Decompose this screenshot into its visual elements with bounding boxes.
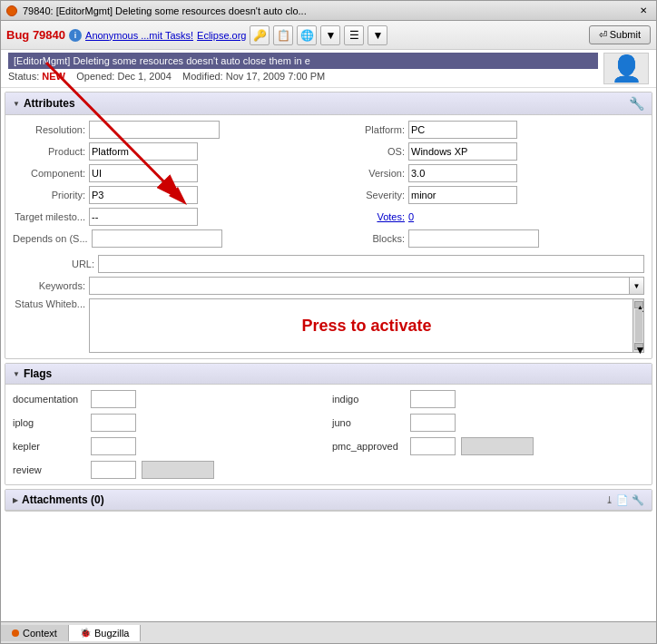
flag-review-select[interactable]: +-?	[91, 461, 136, 479]
target-label: Target milesto...	[13, 211, 85, 222]
bug-header: [EditorMgmt] Deleting some resources doe…	[1, 50, 656, 88]
press-activate-text: Press to activate	[301, 317, 431, 336]
flag-pmc-approved: pmc_approved +-?	[332, 437, 644, 455]
attributes-grid: Resolution: Platform: PC Mac Linux All P…	[5, 115, 652, 253]
version-row: Version: 3.0	[332, 164, 644, 182]
flag-iplog-label: iplog	[13, 417, 85, 428]
scrollbar[interactable]: ▲ ▼	[632, 299, 643, 352]
tab-bugzilla[interactable]: 🐞 Bugzilla	[69, 625, 142, 641]
resolution-label: Resolution:	[13, 124, 85, 135]
depends-input[interactable]	[92, 229, 222, 248]
eclipse-link[interactable]: Eclipse.org	[197, 30, 246, 41]
flag-kepler: kepler +-?	[13, 437, 325, 455]
attachments-title: Attachments (0)	[22, 493, 602, 506]
attachments-header[interactable]: ▶ Attachments (0) ⤓ 📄 🔧	[5, 490, 652, 511]
flag-juno-select[interactable]: +-?	[410, 414, 456, 432]
opened-label: Opened:	[76, 71, 114, 82]
attributes-header[interactable]: ▼ Attributes 🔧	[5, 93, 652, 115]
collapse-icon: ▼	[13, 100, 20, 108]
os-select[interactable]: Windows XP Windows 7 Linux All	[408, 142, 517, 161]
bug-id: Bug 79840	[6, 28, 65, 42]
info-icon[interactable]: i	[69, 29, 82, 42]
platform-select[interactable]: PC Mac Linux All	[408, 121, 517, 139]
tasks-icon[interactable]: 🔑	[250, 25, 270, 45]
url-input[interactable]	[98, 255, 644, 273]
submit-button[interactable]: ⏎ Submit	[589, 25, 651, 44]
os-row: OS: Windows XP Windows 7 Linux All	[332, 142, 644, 161]
flag-review: review +-?	[13, 461, 325, 479]
anonymous-link[interactable]: Anonymous ...mit Tasks!	[85, 30, 193, 41]
keywords-label: Keywords:	[13, 280, 85, 291]
priority-row: Priority: P3 P1 P2	[13, 186, 325, 204]
flag-kepler-select[interactable]: +-?	[91, 437, 136, 455]
component-label: Component:	[13, 168, 85, 179]
depends-label: Depends on (S...	[13, 233, 88, 244]
keywords-input[interactable]	[90, 279, 629, 292]
priority-label: Priority:	[13, 190, 85, 200]
priority-select[interactable]: P3 P1 P2	[89, 186, 198, 204]
depends-row: Depends on (S...	[13, 229, 325, 248]
person-icon: 👤	[611, 54, 642, 83]
keywords-dropdown-icon[interactable]: ▼	[629, 278, 643, 294]
close-icon[interactable]: ✕	[636, 5, 651, 15]
flag-indigo-select[interactable]: +-?	[410, 390, 456, 408]
blocks-input[interactable]	[408, 229, 539, 248]
window-close-dot[interactable]	[6, 5, 17, 16]
severity-row: Severity: minor major critical	[332, 186, 644, 204]
scrollbar-track	[635, 309, 642, 342]
resolution-input[interactable]	[89, 121, 220, 139]
target-select[interactable]: --	[89, 208, 198, 226]
flag-pmc-approved-select[interactable]: +-?	[410, 437, 456, 455]
flags-section: ▼ Flags documentation +-? indigo +-? ipl…	[5, 363, 652, 485]
list-icon[interactable]: ☰	[344, 25, 364, 45]
scrollbar-down[interactable]: ▼	[634, 343, 643, 350]
flags-grid: documentation +-? indigo +-? iplog +-? j…	[5, 385, 652, 484]
url-label: URL:	[13, 259, 94, 269]
url-row: URL:	[5, 253, 652, 275]
globe-icon[interactable]: 🌐	[297, 25, 317, 45]
votes-label[interactable]: Votes:	[332, 211, 405, 222]
scrollbar-up[interactable]: ▲	[634, 301, 643, 308]
version-select[interactable]: 3.0	[408, 164, 517, 182]
attachments-collapse-icon: ▶	[13, 496, 18, 504]
bug-title: [EditorMgmt] Deleting some resources doe…	[8, 53, 598, 69]
dropdown-arrow-icon[interactable]: ▼	[320, 25, 340, 45]
list-dropdown-icon[interactable]: ▼	[368, 25, 387, 45]
context-dot	[12, 629, 19, 637]
avatar: 👤	[603, 53, 649, 84]
flag-iplog-select[interactable]: +-?	[91, 414, 136, 432]
main-content: ▼ Attributes 🔧 Resolution: Platform: PC …	[1, 88, 656, 621]
component-select[interactable]: UI	[89, 164, 198, 182]
keywords-input-wrapper: ▼	[89, 277, 644, 295]
platform-label: Platform:	[332, 124, 405, 135]
flag-pmc-approved-input[interactable]	[461, 437, 534, 455]
flag-review-label: review	[13, 464, 85, 475]
severity-label: Severity:	[332, 190, 405, 200]
resolution-row: Resolution:	[13, 121, 325, 139]
tab-bugzilla-label: Bugzilla	[94, 628, 130, 639]
flag-documentation-select[interactable]: +-?	[91, 390, 136, 408]
blocks-label: Blocks:	[332, 233, 405, 244]
flag-iplog: iplog +-?	[13, 414, 325, 432]
flags-header[interactable]: ▼ Flags	[5, 364, 652, 385]
platform-row: Platform: PC Mac Linux All	[332, 121, 644, 139]
flag-review-input[interactable]	[142, 461, 214, 479]
tab-context[interactable]: Context	[1, 625, 69, 641]
bugzilla-icon: 🐞	[80, 628, 91, 638]
flags-collapse-icon: ▼	[13, 370, 20, 378]
copy-icon[interactable]: 📋	[273, 25, 293, 45]
product-select[interactable]: Platform	[89, 142, 198, 161]
tab-context-label: Context	[23, 628, 57, 639]
status-whiteboard-input[interactable]: Press to activate ▲ ▼	[89, 298, 644, 353]
attachments-icons: ⤓ 📄 🔧	[605, 494, 644, 506]
votes-row: Votes: 0	[332, 208, 644, 226]
status-value: NEW	[42, 71, 65, 82]
votes-value[interactable]: 0	[408, 211, 414, 222]
title-bar: 79840: [EditorMgmt] Deleting some resour…	[1, 1, 656, 21]
product-label: Product:	[13, 146, 85, 157]
modified-label: Modified:	[182, 71, 223, 82]
severity-select[interactable]: minor major critical	[408, 186, 517, 204]
status-whiteboard-row: Status Whiteb... Press to activate ▲ ▼	[5, 297, 652, 358]
toolbar: Bug 79840 i Anonymous ...mit Tasks! Ecli…	[1, 21, 656, 50]
os-label: OS:	[332, 146, 405, 157]
